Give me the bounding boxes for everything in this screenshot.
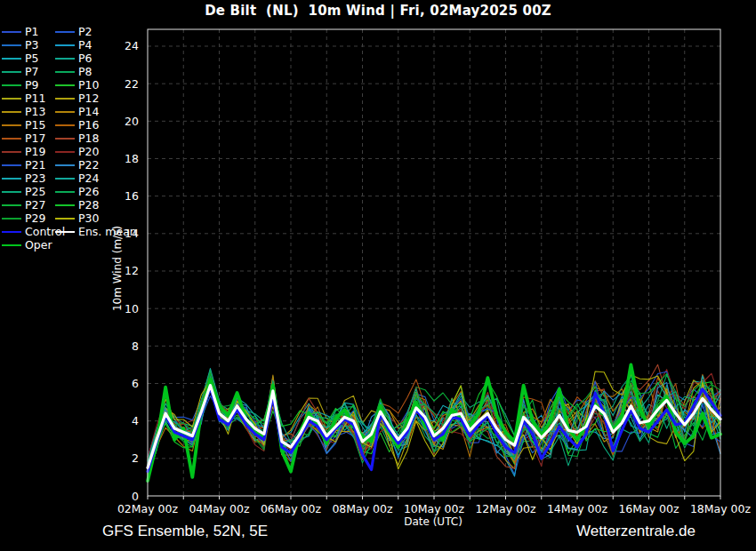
y-tick-label: 8 [132,339,139,353]
x-tick-label: 10May 00z [404,502,465,515]
y-tick-label: 24 [125,39,139,52]
y-tick-label: 10 [125,302,139,315]
y-tick-label: 18 [125,152,139,165]
x-tick-label: 12May 00z [475,502,536,515]
x-tick-label: 04May 00z [189,502,250,515]
y-tick-label: 0 [132,490,139,503]
y-tick-label: 4 [132,414,139,427]
x-tick-label: 08May 00z [332,502,393,515]
footer-model-info: GFS Ensemble, 52N, 5E [102,523,268,540]
x-tick-label: 16May 00z [618,502,680,515]
x-tick-label: 14May 00z [547,502,608,515]
x-axis-label: Date (UTC) [404,515,462,528]
y-tick-label: 14 [125,227,139,240]
y-tick-label: 6 [132,377,139,390]
y-tick-label: 16 [125,189,139,203]
x-tick-label: 18May 00z [690,502,752,515]
plot-area: 02468101214161820222402May 00z04May 00z0… [0,0,756,551]
footer-site-name: Wetterzentrale.de [576,523,696,540]
y-tick-label: 2 [132,451,139,465]
y-tick-label: 22 [125,77,139,91]
x-tick-label: 02May 00z [117,502,179,515]
y-tick-label: 12 [125,264,139,277]
y-tick-label: 20 [125,115,139,128]
x-tick-label: 06May 00z [261,502,322,515]
ensemble-chart-page: { "title": "De Bilt (NL) 10m Wind | Fri,… [0,0,756,551]
